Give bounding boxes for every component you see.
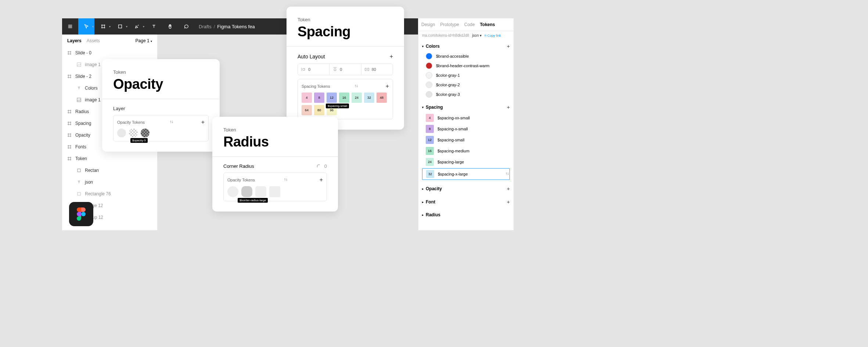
layer-label: Slide - 0 <box>75 50 91 55</box>
spacing-token-row[interactable]: 12$spacing-small <box>422 134 510 145</box>
spacing-token-row[interactable]: 32$spacing-x-large <box>422 168 510 180</box>
layer-item[interactable]: Rectan <box>62 165 157 176</box>
auto-layout-label: Auto Layout <box>298 54 325 59</box>
radius-popover: Token Radius Corner Radius 0 Opacity Tok… <box>212 117 338 212</box>
token-label: Token <box>298 17 393 22</box>
radius-tooltip: $border-radius-large <box>238 198 268 203</box>
spacing-chip[interactable]: 48 <box>377 93 387 103</box>
tab-tokens[interactable]: Tokens <box>480 22 495 27</box>
hand-tool[interactable] <box>162 18 178 35</box>
layer-label: image 1 <box>85 97 101 102</box>
tab-layers[interactable]: Layers <box>67 38 82 43</box>
corner-radius-input[interactable]: 0 <box>316 163 327 169</box>
radius-swatch[interactable] <box>269 186 280 197</box>
layer-item[interactable]: Rectangle 76 <box>62 188 157 200</box>
layer-item[interactable]: json <box>62 176 157 188</box>
spacing-chip[interactable]: 12 <box>327 93 337 103</box>
color-token-row[interactable]: $color-gray-3 <box>422 90 510 99</box>
copy-link-button[interactable]: ⎘ Copy link <box>485 34 501 37</box>
layer-section-label: Layer <box>113 106 209 111</box>
comment-tool[interactable] <box>178 18 194 35</box>
add-auto-layout-button[interactable]: + <box>390 53 393 60</box>
frame-icon <box>67 133 72 137</box>
spacing-chip[interactable]: 4 <box>302 93 312 103</box>
menu-button[interactable] <box>62 18 78 35</box>
colors-group-header[interactable]: ▾Colors+ <box>422 41 510 51</box>
chevron-down-icon[interactable]: ▾ <box>143 25 144 28</box>
breadcrumb-filename[interactable]: Figma Tokens fea <box>217 24 255 29</box>
spacing-token-row[interactable]: 4$spacing-xx-small <box>422 112 510 123</box>
json-dropdown[interactable]: json ▾ <box>472 33 482 37</box>
radius-group-header[interactable]: ▸Radius <box>422 210 510 220</box>
spacing-swatch: 24 <box>426 158 434 166</box>
spacing-chip[interactable]: 8 <box>314 93 324 103</box>
padding-v-input[interactable]: 0 <box>329 64 361 75</box>
spacing-swatch: 8 <box>426 125 434 133</box>
layer-item[interactable]: Token <box>62 153 157 165</box>
spacing-chip[interactable]: 80 <box>314 105 324 115</box>
spacing-title: Spacing <box>298 24 393 40</box>
add-color-button[interactable]: + <box>507 43 510 49</box>
opacity-swatch[interactable] <box>117 129 126 137</box>
spacing-chip[interactable]: 16 <box>339 93 349 103</box>
spacing-swatch: 32 <box>426 170 434 178</box>
breadcrumb-drafts[interactable]: Drafts <box>199 24 212 29</box>
layer-label: Radius <box>75 109 89 114</box>
chevron-down-icon[interactable]: ▾ <box>92 25 94 28</box>
colors-group: ▾Colors+ $brand-accessible$brand-header-… <box>418 40 514 101</box>
breadcrumb-separator: / <box>214 24 215 29</box>
tab-code[interactable]: Code <box>464 22 475 27</box>
tab-assets[interactable]: Assets <box>87 38 100 43</box>
opacity-swatch[interactable] <box>129 129 138 137</box>
add-spacing-button[interactable]: + <box>507 104 510 110</box>
color-swatch <box>426 62 432 69</box>
spacing-chip[interactable]: 24 <box>352 93 362 103</box>
spacing-token-row[interactable]: 24$spacing-large <box>422 156 510 167</box>
color-token-row[interactable]: $brand-accessible <box>422 51 510 61</box>
add-spacing-token-button[interactable]: + <box>386 83 389 90</box>
color-token-row[interactable]: $brand-header-contrast-warm <box>422 61 510 71</box>
opacity-group-header[interactable]: ▸Opacity+ <box>422 184 510 194</box>
color-token-name: $brand-accessible <box>436 54 469 58</box>
opacity-popover: Token Opacity Layer Opacity Tokens + $op… <box>102 59 220 152</box>
chevron-down-icon[interactable]: ▾ <box>126 25 127 28</box>
layer-label: Opacity <box>75 133 90 138</box>
spacing-token-name: $spacing-x-large <box>438 172 468 176</box>
tab-design[interactable]: Design <box>421 22 435 27</box>
chevron-down-icon[interactable]: ▾ <box>109 25 111 28</box>
token-url: ma.com/tokens-id=h8dkdJd8 <box>422 33 469 37</box>
spacing-token-row[interactable]: 16$spacing-medium <box>422 145 510 156</box>
add-opacity-token-button[interactable]: + <box>201 119 205 126</box>
radius-swatch[interactable] <box>255 186 266 197</box>
spacing-token-row[interactable]: 8$spacing-x-small <box>422 123 510 134</box>
opacity-swatch[interactable] <box>141 129 150 137</box>
text-tool[interactable] <box>146 18 162 35</box>
radius-swatch[interactable] <box>227 186 238 197</box>
spacing-token-name: $spacing-medium <box>437 149 469 153</box>
color-swatch <box>426 82 432 88</box>
radius-swatch[interactable] <box>241 186 252 197</box>
sliders-icon[interactable] <box>505 171 509 177</box>
gap-input[interactable]: 80 <box>361 64 393 75</box>
layer-label: Slide - 2 <box>75 74 91 79</box>
add-opacity-button[interactable]: + <box>507 186 510 192</box>
spacing-popover: Token Spacing Auto Layout + 0 0 80 Spaci… <box>287 7 404 130</box>
padding-h-input[interactable]: 0 <box>298 64 329 75</box>
tab-prototype[interactable]: Prototype <box>440 22 459 27</box>
add-font-button[interactable]: + <box>507 199 510 205</box>
sliders-icon[interactable] <box>169 120 174 125</box>
page-selector[interactable]: Page 1 ▾ <box>136 38 152 43</box>
spacing-swatch: 12 <box>426 136 434 144</box>
spacing-group-header[interactable]: ▾Spacing+ <box>422 102 510 112</box>
color-swatch <box>426 91 432 98</box>
add-radius-token-button[interactable]: + <box>320 177 323 183</box>
svg-rect-3 <box>78 169 80 172</box>
spacing-chip[interactable]: 64 <box>302 105 312 115</box>
spacing-chip[interactable]: 32 <box>364 93 374 103</box>
sliders-icon[interactable] <box>284 177 288 182</box>
sliders-icon[interactable] <box>354 84 359 89</box>
color-token-row[interactable]: $color-gray-1 <box>422 71 510 80</box>
layer-item[interactable]: Slide - 0 <box>62 47 157 59</box>
color-token-row[interactable]: $color-gray-2 <box>422 80 510 90</box>
font-group-header[interactable]: ▸Font+ <box>422 197 510 207</box>
